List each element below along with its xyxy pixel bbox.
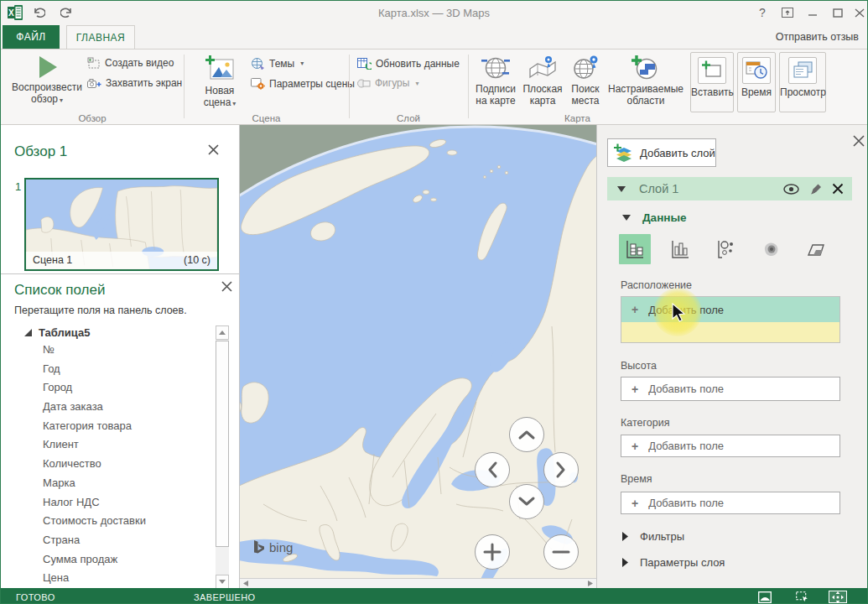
find-location-button[interactable]: Поискместа [566,53,605,107]
field-item[interactable]: Город [43,378,211,398]
tour-panel-close-button[interactable] [205,143,221,159]
zoom-in-button[interactable] [475,534,510,570]
layer-delete-icon[interactable] [832,183,844,195]
viz-type-row [597,234,868,264]
field-item[interactable]: Марка [43,474,211,493]
layer-options-section-header[interactable]: Параметры слоя [622,556,725,569]
flat-map-button[interactable]: Плоскаякарта [521,53,564,107]
custom-regions-button[interactable]: Настраиваемыеобласти [606,53,685,107]
bing-logo: bing [253,539,293,555]
field-item[interactable]: Год [43,360,211,379]
rotate-right-button[interactable] [543,452,579,487]
new-scene-button[interactable]: Новая сцена▾ [195,53,244,110]
scroll-left-arrow-icon[interactable] [240,579,252,588]
scene-caption-bar: Сцена 1 (10 с) [26,252,217,269]
heatmap-icon [761,239,781,259]
tab-file[interactable]: ФАЙЛ [3,25,60,49]
zoom-out-button[interactable] [543,534,579,570]
preview-button[interactable]: Просмотр [779,52,826,112]
data-section-header[interactable]: Данные [622,211,686,224]
field-item[interactable]: Клиент [43,435,211,455]
status-select-button[interactable] [793,591,812,603]
bubble-chart-icon [715,239,735,259]
field-list-scroll-down-button[interactable] [216,575,229,589]
ribbon-tab-row: ФАЙЛ ГЛАВНАЯ Отправить отзыв [1,24,867,49]
scene-options-button[interactable]: Параметры сцены [251,77,355,90]
minimize-button[interactable] [802,4,824,21]
viz-region-button[interactable] [800,234,832,264]
field-item[interactable]: Налог НДС [43,493,211,513]
insert-textbox-button[interactable]: Вставить [690,52,734,112]
dropdown-arrow-icon: ▾ [415,80,418,87]
status-pan-button[interactable] [829,591,847,603]
help-button[interactable]: ? [751,4,773,21]
layer-panel-close-button[interactable] [851,135,866,150]
field-list-scrollbar-thumb[interactable] [216,341,229,547]
viz-heatmap-button[interactable] [755,234,787,264]
minimize-icon [808,8,818,17]
field-item[interactable]: Стоимость доставки [43,512,211,531]
map-horizontal-scrollbar[interactable] [240,578,596,588]
send-feedback-link[interactable]: Отправить отзыв [776,31,859,43]
refresh-data-button[interactable]: Обновить данные [357,57,460,70]
shapes-button[interactable]: Фигуры▾ [357,77,418,89]
scene-options-icon [251,77,265,90]
group-label-tour: Обзор [1,113,184,123]
bing-logo-icon [253,539,265,555]
maximize-button[interactable] [827,4,849,21]
expand-arrow-icon [622,558,628,567]
layer-panel: Добавить слой Слой 1 Данные [596,125,868,588]
preview-icon [788,57,817,84]
themes-button[interactable]: Темы▾ [251,57,304,70]
tilt-down-button[interactable] [509,484,544,519]
rotate-left-button[interactable] [475,452,510,487]
field-list-scroll-up-button[interactable] [216,325,229,340]
scroll-right-arrow-icon[interactable] [585,579,596,588]
field-item[interactable]: Сумма продаж [43,550,211,570]
dropdown-arrow-icon: ▾ [232,100,236,107]
ribbon-display-options-button[interactable] [777,4,798,21]
ribbon: Воспроизвести обзор▾ Создать видео Захва… [1,49,867,125]
field-item[interactable]: Цена [43,569,211,588]
field-item[interactable]: Дата заказа [43,398,211,417]
find-location-icon [570,55,600,81]
field-item[interactable]: Категория товара [43,417,211,436]
viz-bubble-button[interactable] [709,234,741,264]
ribbon-group-tour: Воспроизвести обзор▾ Создать видео Захва… [1,49,184,126]
scene-thumbnail[interactable]: Сцена 1 (10 с) [24,178,219,271]
field-item[interactable]: № [43,341,211,360]
time-field-well[interactable]: + Добавить поле [621,492,840,514]
play-tour-button[interactable]: Воспроизвести обзор▾ [11,53,83,107]
stacked-column-icon [625,239,645,259]
viz-clustered-column-button[interactable] [664,234,696,264]
category-field-well[interactable]: + Добавить поле [621,435,840,457]
location-field-well[interactable]: + Добавить поле [621,296,840,343]
well-label-time: Время [621,473,652,485]
filters-section-header[interactable]: Фильтры [622,530,684,543]
layer-visibility-eye-icon[interactable] [783,184,799,195]
map-labels-button[interactable]: Подписина карте [472,53,519,107]
map-viewport[interactable]: bing [240,125,596,588]
status-ready: ГОТОВО [16,592,55,602]
tab-home[interactable]: ГЛАВНАЯ [66,25,135,49]
field-item[interactable]: Количество [43,455,211,474]
table-node[interactable]: Таблица5 [24,326,90,339]
create-video-button[interactable]: Создать видео [87,57,174,69]
add-layer-button[interactable]: Добавить слой [607,138,716,167]
close-window-button[interactable] [849,4,868,21]
scene-duration: (10 с) [184,254,211,266]
collapse-arrow-icon [622,215,631,221]
viz-stacked-column-button[interactable] [619,234,651,264]
layer-header[interactable]: Слой 1 [607,177,852,200]
tilt-up-button[interactable] [509,417,544,452]
help-icon: ? [759,6,766,19]
time-button[interactable]: Время [737,52,776,112]
3d-maps-window: X Карта.xlsx — 3D Maps ? ФАЙЛ ГЛАВНАЯ От… [0,0,868,604]
field-item[interactable]: Страна [43,531,211,550]
status-flat-map-button[interactable] [756,591,774,603]
collapse-arrow-icon[interactable] [617,186,626,192]
field-list-close-button[interactable] [219,280,234,295]
layer-rename-pencil-icon[interactable] [810,183,821,195]
capture-screen-button[interactable]: Захватить экран [87,77,182,89]
height-field-well[interactable]: + Добавить поле [621,377,840,401]
